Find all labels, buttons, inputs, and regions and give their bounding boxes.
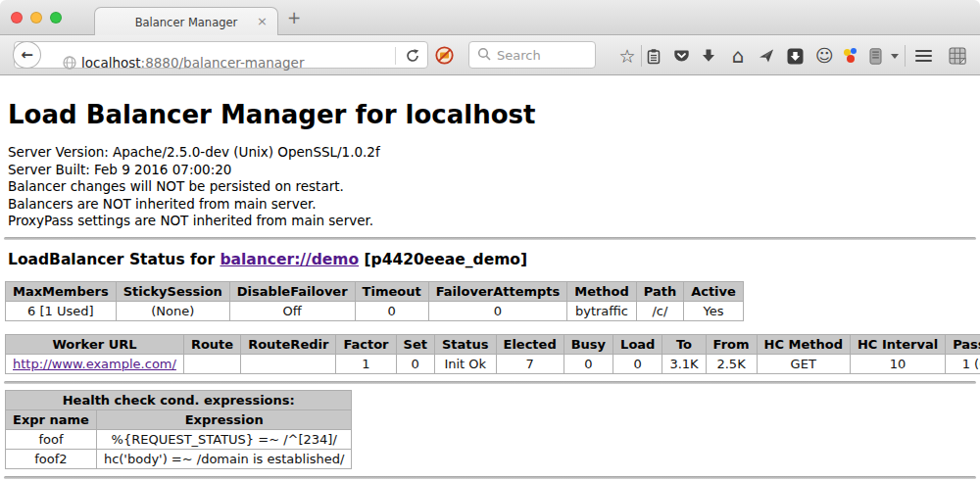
globe-icon <box>63 55 76 73</box>
proxypass-note-line: ProxyPass settings are NOT inherited fro… <box>8 213 980 230</box>
cell-disablefailover: Off <box>229 301 355 320</box>
cell-elected: 7 <box>496 354 564 373</box>
worker-url-link[interactable]: http://www.example.com/ <box>13 357 176 371</box>
device-list-icon[interactable] <box>866 47 884 65</box>
cell-path: /c/ <box>636 301 683 320</box>
col-busy: Busy <box>564 334 612 354</box>
balancer-settings-table: MaxMembers StickySession DisableFailover… <box>5 281 744 321</box>
page-title: Load Balancer Manager for localhost <box>8 100 980 129</box>
browser-window: Balancer Manager × + localhost:8880/bala… <box>0 0 980 481</box>
server-built-line: Server Built: Feb 9 2016 07:00:20 <box>8 162 980 179</box>
tab-title: Balancer Manager <box>135 16 238 29</box>
home-icon[interactable]: ⌂ <box>729 47 747 65</box>
col-expression: Expression <box>96 409 352 429</box>
close-window-button[interactable] <box>11 12 23 24</box>
cell-active: Yes <box>684 301 744 320</box>
col-route: Route <box>183 334 240 354</box>
col-path: Path <box>636 281 683 301</box>
close-tab-icon[interactable]: × <box>257 14 268 28</box>
bookmark-star-icon[interactable]: ☆ <box>618 47 636 65</box>
col-factor: Factor <box>336 334 396 354</box>
col-to: To <box>662 334 706 354</box>
col-passes: Passes <box>946 334 980 354</box>
cell-worker-url: http://www.example.com/ <box>6 354 184 373</box>
hc-table-title: Health check cond. expressions: <box>6 390 352 409</box>
col-worker-url: Worker URL <box>6 334 184 354</box>
heading-suffix: [p4420eeae_demo] <box>359 251 527 268</box>
persist-note-line: Balancer changes will NOT be persisted o… <box>8 178 980 196</box>
feedback-smiley-icon[interactable]: ☺ <box>815 47 833 65</box>
minimize-window-button[interactable] <box>30 12 42 24</box>
cell-factor: 1 <box>336 354 396 373</box>
url-text[interactable]: localhost:8880/balancer-manager <box>81 55 304 71</box>
url-bar[interactable]: localhost:8880/balancer-manager <box>14 41 428 69</box>
reload-button[interactable] <box>405 48 420 68</box>
worker-status-table: Worker URL Route RouteRedir Factor Set S… <box>5 334 980 374</box>
balancer-data-row: 6 [1 Used] (None) Off 0 0 bytraffic /c/ … <box>6 301 744 320</box>
col-method: Method <box>567 281 636 301</box>
cell-failoverattempts: 0 <box>428 301 567 320</box>
col-disablefailover: DisableFailover <box>229 281 355 301</box>
page-content: Load Balancer Manager for localhost Serv… <box>0 100 980 479</box>
cell-routeredir <box>241 354 336 373</box>
search-icon <box>477 46 491 65</box>
cell-hc-method: GET <box>757 354 850 373</box>
window-controls <box>11 12 62 24</box>
flash-blocker-icon[interactable] <box>435 46 454 65</box>
search-input[interactable]: Search <box>468 41 596 69</box>
col-timeout: Timeout <box>355 281 428 301</box>
cell-expr-name: foof <box>6 429 97 449</box>
downloads-icon[interactable] <box>700 47 717 65</box>
section-divider <box>4 381 976 384</box>
hc-data-row: foof %{REQUEST_STATUS} =~ /^[234]/ <box>6 429 352 449</box>
section-divider <box>4 237 976 240</box>
col-hc-interval: HC Interval <box>850 334 945 354</box>
col-elected: Elected <box>496 334 564 354</box>
cell-busy: 0 <box>564 354 612 373</box>
hc-data-row: foof2 hc('body') =~ /domain is establish… <box>6 449 352 468</box>
navigation-toolbar: localhost:8880/balancer-manager ← Search… <box>0 35 980 75</box>
color-dots-extension-icon[interactable] <box>842 47 859 65</box>
back-button[interactable]: ← <box>13 41 41 69</box>
worker-header-row: Worker URL Route RouteRedir Factor Set S… <box>6 334 980 354</box>
device-dropdown-caret-icon[interactable] <box>886 47 904 65</box>
cell-passes: 1 (0) <box>946 354 980 373</box>
col-hc-method: HC Method <box>757 334 850 354</box>
balancer-demo-link[interactable]: balancer://demo <box>220 251 359 268</box>
toolbar-divider <box>641 45 642 67</box>
cell-maxmembers: 6 [1 Used] <box>6 301 117 320</box>
heading-prefix: LoadBalancer Status for <box>8 251 220 268</box>
col-active: Active <box>684 281 744 301</box>
server-info: Server Version: Apache/2.5.0-dev (Unix) … <box>8 144 980 230</box>
cell-hc-interval: 10 <box>850 354 945 373</box>
col-routeredir: RouteRedir <box>241 334 336 354</box>
cell-expression: %{REQUEST_STATUS} =~ /^[234]/ <box>96 429 352 449</box>
urlbar-divider <box>395 47 396 65</box>
browser-tab[interactable]: Balancer Manager × <box>94 7 278 36</box>
cell-stickysession: (None) <box>116 301 229 320</box>
cell-to: 3.1K <box>662 354 706 373</box>
menu-hamburger-icon[interactable] <box>914 47 932 65</box>
zoom-window-button[interactable] <box>50 12 62 24</box>
pocket-icon[interactable] <box>672 47 690 65</box>
clipboard-icon[interactable] <box>645 47 662 65</box>
url-domain: localhost <box>81 55 141 71</box>
health-check-expressions-table: Health check cond. expressions: Expr nam… <box>5 390 352 469</box>
worker-data-row: http://www.example.com/ 1 0 Init Ok 7 0 … <box>6 354 980 373</box>
cell-method: bytraffic <box>567 301 636 320</box>
hc-header-row: Expr name Expression <box>6 409 352 429</box>
tiles-icon[interactable] <box>949 47 966 65</box>
tab-bar: Balancer Manager × + <box>0 0 980 35</box>
cell-load: 0 <box>613 354 662 373</box>
cell-expr-name: foof2 <box>6 449 97 468</box>
loadbalancer-status-heading: LoadBalancer Status for balancer://demo … <box>8 251 980 268</box>
toolbar-divider <box>905 45 906 67</box>
cell-status: Init Ok <box>434 354 496 373</box>
send-icon[interactable] <box>758 47 775 65</box>
col-from: From <box>706 334 757 354</box>
search-placeholder: Search <box>497 48 541 63</box>
video-download-icon[interactable] <box>786 47 804 65</box>
new-tab-button[interactable]: + <box>287 8 301 27</box>
hc-title-row: Health check cond. expressions: <box>6 390 352 409</box>
cell-timeout: 0 <box>355 301 428 320</box>
